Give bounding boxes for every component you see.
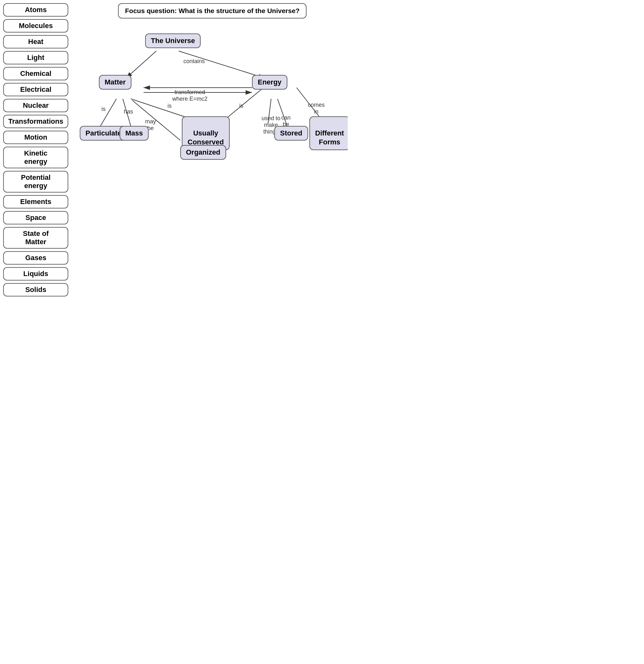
different-forms-label: Different Forms bbox=[315, 129, 344, 146]
sidebar-item-chemical[interactable]: Chemical bbox=[3, 67, 68, 80]
is1-text: is bbox=[101, 106, 105, 112]
sidebar-item-state-of-matter[interactable]: State of Matter bbox=[3, 227, 68, 249]
contains-label: contains bbox=[183, 58, 205, 65]
comes-in-label: comes in bbox=[308, 95, 325, 115]
universe-node[interactable]: The Universe bbox=[145, 34, 201, 48]
sidebar-item-motion[interactable]: Motion bbox=[3, 131, 68, 144]
sidebar-item-nuclear[interactable]: Nuclear bbox=[3, 99, 68, 112]
usually-conserved-label: Usually Conserved bbox=[187, 129, 224, 146]
sidebar-item-heat[interactable]: Heat bbox=[3, 35, 68, 48]
sidebar-item-molecules[interactable]: Molecules bbox=[3, 19, 68, 33]
energy-label: Energy bbox=[258, 78, 282, 86]
is3-text: is bbox=[239, 103, 243, 109]
sidebar: Atoms Molecules Heat Light Chemical Elec… bbox=[3, 3, 68, 296]
organized-label: Organized bbox=[186, 148, 220, 156]
stored-node[interactable]: Stored bbox=[274, 126, 308, 141]
transformed-text: transformed where E=mc2 bbox=[172, 89, 208, 102]
sidebar-item-gases[interactable]: Gases bbox=[3, 251, 68, 265]
sidebar-item-electrical[interactable]: Electrical bbox=[3, 83, 68, 96]
sidebar-item-elements[interactable]: Elements bbox=[3, 195, 68, 208]
is2-label: is bbox=[167, 103, 172, 109]
matter-label: Matter bbox=[105, 78, 126, 86]
sidebar-item-kinetic-energy[interactable]: Kinetic energy bbox=[3, 147, 68, 168]
sidebar-item-light[interactable]: Light bbox=[3, 51, 68, 64]
mass-node[interactable]: Mass bbox=[120, 126, 149, 141]
comes-in-text: comes in bbox=[308, 102, 325, 115]
sidebar-item-transformations[interactable]: Transformations bbox=[3, 115, 68, 128]
contains-text: contains bbox=[183, 58, 205, 64]
energy-node[interactable]: Energy bbox=[252, 75, 287, 89]
can-be-text: can be bbox=[281, 115, 290, 127]
has-label: has bbox=[124, 108, 133, 115]
can-be-label: can be bbox=[281, 108, 290, 128]
has-text: has bbox=[124, 108, 133, 115]
sidebar-item-solids[interactable]: Solids bbox=[3, 283, 68, 296]
sidebar-item-atoms[interactable]: Atoms bbox=[3, 3, 68, 17]
sidebar-item-potential-energy[interactable]: Potential energy bbox=[3, 171, 68, 192]
is2-text: is bbox=[167, 103, 172, 109]
different-forms-node[interactable]: Different Forms bbox=[309, 116, 348, 150]
transformed-label: transformed where E=mc2 bbox=[172, 82, 208, 102]
concept-map: Focus question: What is the structure of… bbox=[64, 3, 341, 201]
stored-label: Stored bbox=[280, 129, 302, 137]
particulate-label: Particulate bbox=[85, 129, 122, 137]
is1-label: is bbox=[101, 106, 105, 112]
matter-node[interactable]: Matter bbox=[99, 75, 132, 89]
universe-label: The Universe bbox=[151, 37, 195, 45]
organized-node[interactable]: Organized bbox=[180, 145, 226, 160]
sidebar-item-space[interactable]: Space bbox=[3, 211, 68, 224]
is3-label: is bbox=[239, 103, 243, 109]
focus-question-text: Focus question: What is the structure of… bbox=[125, 7, 300, 14]
mass-label: Mass bbox=[125, 129, 143, 137]
svg-line-2 bbox=[126, 51, 156, 78]
focus-question-node: Focus question: What is the structure of… bbox=[118, 3, 306, 19]
sidebar-item-liquids[interactable]: Liquids bbox=[3, 267, 68, 281]
